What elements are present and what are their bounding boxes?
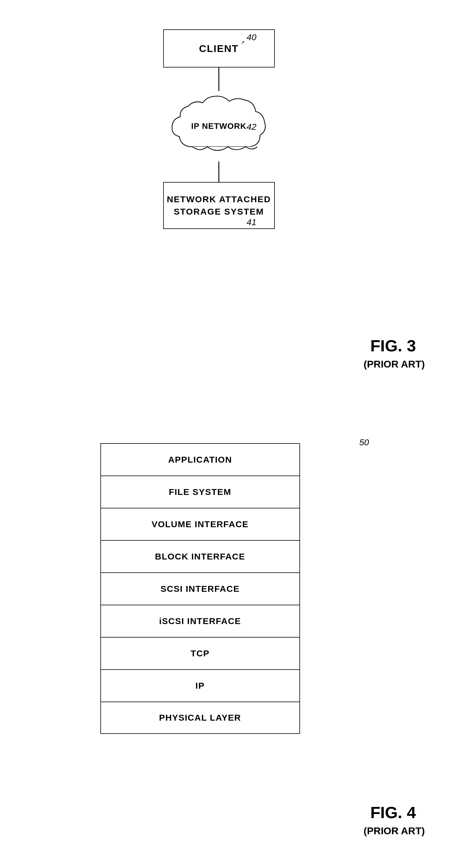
fig4-stack: APPLICATIONFILE SYSTEMVOLUME INTERFACEBL… <box>100 443 300 734</box>
stack-layer-label-3: BLOCK INTERFACE <box>155 552 245 562</box>
fig4-label: FIG. 4 <box>370 803 416 822</box>
diagram-container: 40 ↗ CLIENT IP NETWORK <box>0 0 460 868</box>
fig3-label: FIG. 3 <box>370 336 416 355</box>
ref-50: 50 <box>359 437 369 447</box>
line-cloud-to-nas <box>218 161 219 182</box>
network-label: IP NETWORK <box>191 122 246 131</box>
stack-layer-0: APPLICATION <box>100 443 300 475</box>
stack-layer-6: TCP <box>100 637 300 669</box>
stack-layer-1: FILE SYSTEM <box>100 475 300 508</box>
line-client-to-cloud <box>218 67 219 91</box>
nas-label: NETWORK ATTACHED STORAGE SYSTEM <box>167 193 271 218</box>
stack-layer-label-7: IP <box>195 681 205 691</box>
ref-42: 42 <box>247 122 256 132</box>
client-box: CLIENT <box>163 29 275 67</box>
stack-layer-3: BLOCK INTERFACE <box>100 540 300 572</box>
stack-layer-2: VOLUME INTERFACE <box>100 508 300 540</box>
stack-layer-4: SCSI INTERFACE <box>100 572 300 605</box>
fig4-area: 50 APPLICATIONFILE SYSTEMVOLUME INTERFAC… <box>0 420 460 868</box>
stack-layer-label-8: PHYSICAL LAYER <box>159 713 241 723</box>
stack-layer-5: iSCSI INTERFACE <box>100 605 300 637</box>
stack-layer-7: IP <box>100 669 300 702</box>
stack-layer-label-4: SCSI INTERFACE <box>160 584 240 594</box>
stack-layer-label-0: APPLICATION <box>168 455 232 465</box>
ref-41: 41 <box>247 217 256 227</box>
stack-layer-label-6: TCP <box>190 648 210 658</box>
stack-layer-8: PHYSICAL LAYER <box>100 702 300 734</box>
fig4-sublabel: (PRIOR ART) <box>364 825 425 837</box>
cloud-container: IP NETWORK <box>163 91 275 161</box>
fig3-sublabel: (PRIOR ART) <box>364 359 425 370</box>
nas-box: NETWORK ATTACHED STORAGE SYSTEM <box>163 182 275 229</box>
fig3-layout: CLIENT IP NETWORK <box>163 29 275 229</box>
fig3-area: 40 ↗ CLIENT IP NETWORK <box>0 12 460 408</box>
stack-layer-label-1: FILE SYSTEM <box>169 487 231 497</box>
stack-layer-label-5: iSCSI INTERFACE <box>159 616 241 626</box>
stack-layer-label-2: VOLUME INTERFACE <box>151 519 249 529</box>
client-label: CLIENT <box>199 43 239 54</box>
